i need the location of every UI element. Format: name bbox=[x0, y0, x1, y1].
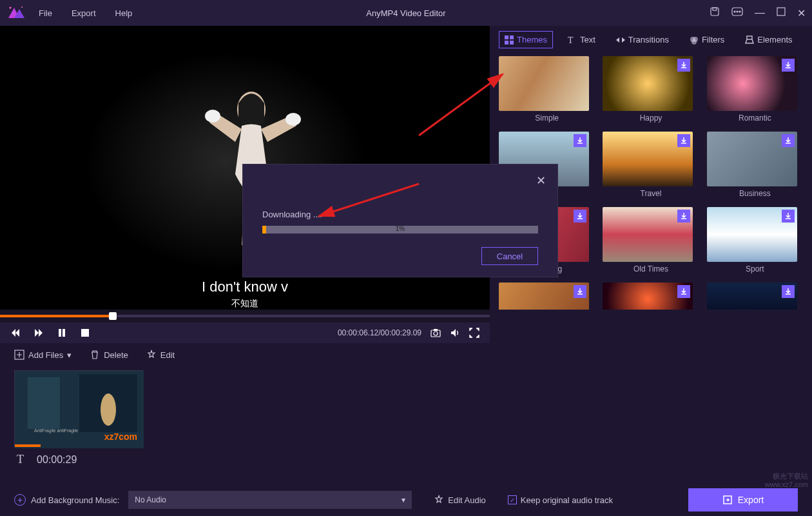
svg-point-2 bbox=[10, 7, 12, 9]
keep-original-label: Keep original audio track bbox=[521, 495, 613, 505]
export-button[interactable]: Export bbox=[688, 488, 798, 511]
tab-themes-label: Themes bbox=[517, 35, 547, 45]
download-icon[interactable] bbox=[574, 134, 586, 147]
playback-bar: 00:00:06.12/00:00:29.09 bbox=[0, 310, 490, 343]
theme-business[interactable] bbox=[707, 132, 797, 186]
svg-rect-15 bbox=[510, 35, 514, 39]
seek-bar[interactable] bbox=[0, 310, 490, 322]
tab-text[interactable]: T Text bbox=[562, 31, 601, 48]
clip-item[interactable]: AntiFragile antiFragile xz7com T 00:00:2… bbox=[14, 370, 143, 471]
close-icon[interactable]: ✕ bbox=[797, 7, 806, 19]
tab-transitions[interactable]: Transitions bbox=[610, 31, 675, 48]
theme-happy[interactable] bbox=[603, 56, 693, 111]
modal-close-icon[interactable]: ✕ bbox=[536, 174, 546, 188]
svg-rect-22 bbox=[59, 329, 61, 337]
prev-icon[interactable] bbox=[10, 328, 21, 338]
menu-icon[interactable] bbox=[731, 7, 743, 19]
theme-old-times[interactable] bbox=[603, 207, 693, 262]
edit-button[interactable]: Edit bbox=[146, 350, 175, 360]
theme-travel[interactable] bbox=[603, 132, 693, 186]
title-bar: File Export Help AnyMP4 Video Editor — ✕ bbox=[0, 0, 812, 26]
edit-audio-label: Edit Audio bbox=[448, 495, 486, 505]
progress-bar: 1% bbox=[262, 226, 538, 233]
download-icon[interactable] bbox=[782, 210, 795, 223]
next-icon[interactable] bbox=[34, 328, 44, 338]
theme-item[interactable] bbox=[707, 283, 797, 310]
clip-thumbnail[interactable]: AntiFragile antiFragile xz7com bbox=[14, 370, 143, 448]
tab-elements[interactable]: Elements bbox=[739, 31, 798, 48]
tab-themes[interactable]: Themes bbox=[499, 31, 553, 48]
svg-rect-17 bbox=[510, 41, 514, 45]
checkbox-icon: ✓ bbox=[508, 495, 517, 504]
tab-text-label: Text bbox=[580, 35, 595, 45]
fullscreen-icon[interactable] bbox=[469, 328, 479, 338]
theme-label: Happy bbox=[603, 114, 699, 123]
theme-romantic[interactable] bbox=[707, 56, 797, 111]
download-icon[interactable] bbox=[677, 59, 690, 72]
stop-icon[interactable] bbox=[80, 328, 90, 338]
cancel-button[interactable]: Cancel bbox=[481, 247, 538, 265]
volume-icon[interactable] bbox=[450, 328, 460, 338]
pause-icon[interactable] bbox=[57, 328, 67, 338]
delete-button[interactable]: Delete bbox=[90, 350, 128, 360]
download-icon[interactable] bbox=[782, 134, 795, 147]
theme-item[interactable] bbox=[499, 283, 589, 310]
download-icon[interactable] bbox=[574, 210, 586, 223]
svg-rect-30 bbox=[28, 377, 60, 429]
delete-label: Delete bbox=[104, 350, 128, 360]
theme-label: Simple bbox=[499, 114, 595, 123]
timeline-toolbar: Add Files ▾ Delete Edit bbox=[14, 350, 798, 360]
svg-point-26 bbox=[434, 332, 438, 335]
audio-select[interactable]: No Audio ▾ bbox=[128, 491, 412, 509]
seek-thumb[interactable] bbox=[109, 312, 117, 320]
download-icon[interactable] bbox=[574, 285, 586, 298]
menu-help[interactable]: Help bbox=[115, 8, 133, 18]
snapshot-icon[interactable] bbox=[430, 328, 441, 338]
save-icon[interactable] bbox=[710, 6, 720, 19]
download-icon[interactable] bbox=[677, 285, 690, 298]
minimize-icon[interactable]: — bbox=[755, 7, 765, 19]
text-icon[interactable]: T bbox=[17, 453, 24, 466]
audio-select-value: No Audio bbox=[135, 495, 166, 504]
tab-elements-label: Elements bbox=[757, 35, 792, 45]
svg-rect-27 bbox=[434, 329, 438, 331]
add-files-label: Add Files bbox=[28, 350, 63, 360]
download-icon[interactable] bbox=[782, 59, 795, 72]
download-label: Downloading .... bbox=[262, 210, 538, 219]
download-icon[interactable] bbox=[677, 210, 690, 223]
download-modal: ✕ Downloading .... 1% Cancel bbox=[242, 164, 558, 277]
maximize-icon[interactable] bbox=[777, 7, 786, 19]
bgm-label: Add Background Music: bbox=[31, 495, 119, 505]
app-logo bbox=[6, 5, 26, 21]
svg-point-20 bbox=[691, 39, 697, 45]
keep-original-checkbox[interactable]: ✓ Keep original audio track bbox=[508, 495, 613, 505]
theme-label: Old Times bbox=[603, 264, 699, 273]
tab-transitions-label: Transitions bbox=[628, 35, 669, 45]
theme-label: Travel bbox=[603, 189, 699, 198]
menu-file[interactable]: File bbox=[39, 8, 52, 18]
add-files-button[interactable]: Add Files ▾ bbox=[14, 350, 72, 360]
preview-subtitle-cn: 不知道 bbox=[231, 298, 258, 310]
menu-export[interactable]: Export bbox=[72, 8, 96, 18]
svg-point-12 bbox=[205, 110, 220, 123]
svg-point-8 bbox=[737, 11, 738, 12]
tab-filters-label: Filters bbox=[702, 35, 724, 45]
svg-point-3 bbox=[21, 6, 23, 8]
svg-rect-23 bbox=[63, 329, 65, 337]
theme-label: Business bbox=[707, 189, 803, 198]
svg-point-7 bbox=[734, 11, 735, 12]
theme-simple[interactable] bbox=[499, 56, 589, 111]
svg-rect-16 bbox=[505, 41, 508, 45]
add-bgm-button[interactable]: + Add Background Music: bbox=[14, 494, 119, 506]
main-menu: File Export Help bbox=[39, 8, 132, 18]
theme-sport[interactable] bbox=[707, 207, 797, 262]
plus-icon: + bbox=[14, 494, 26, 506]
tab-filters[interactable]: Filters bbox=[684, 31, 730, 48]
theme-item[interactable] bbox=[603, 283, 693, 310]
clip-caption: AntiFragile antiFragile bbox=[34, 428, 78, 433]
svg-rect-4 bbox=[711, 8, 719, 15]
download-icon[interactable] bbox=[677, 134, 690, 147]
edit-audio-button[interactable]: Edit Audio bbox=[434, 495, 486, 505]
download-icon[interactable] bbox=[782, 285, 795, 298]
svg-rect-21 bbox=[747, 36, 752, 39]
